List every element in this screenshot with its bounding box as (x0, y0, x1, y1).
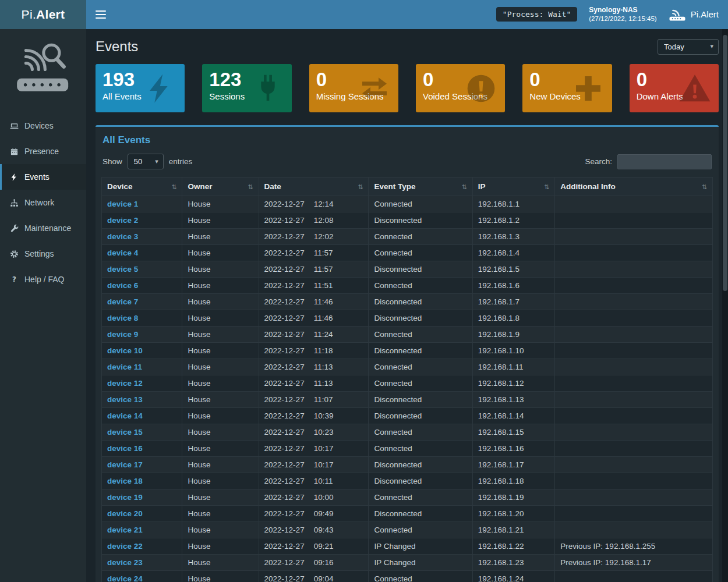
sidebar-item-help-faq[interactable]: ? Help / FAQ (0, 267, 86, 292)
ip-cell: 192.168.1.9 (472, 327, 555, 343)
device-link[interactable]: device 6 (107, 281, 138, 290)
date-cell: 2022-12-2710:39 (259, 408, 369, 424)
top-bar: Pi.Alert "Process: Wait" Synology-NAS (2… (0, 0, 728, 29)
additional-info-cell (555, 457, 713, 473)
device-link[interactable]: device 24 (107, 574, 143, 582)
additional-info-cell (555, 343, 713, 359)
owner-cell: House (182, 196, 259, 212)
device-link[interactable]: device 1 (107, 200, 138, 208)
search-group: Search: (585, 154, 712, 169)
device-link[interactable]: device 16 (107, 444, 143, 453)
additional-info-cell (555, 294, 713, 310)
date-cell: 2022-12-2711:57 (259, 261, 369, 278)
table-row: device 12 House 2022-12-2711:13 Connecte… (102, 375, 713, 392)
ip-cell: 192.168.1.23 (472, 555, 555, 571)
sidebar-item-events[interactable]: Events (0, 164, 86, 190)
period-select[interactable]: Today (658, 39, 719, 55)
ip-cell: 192.168.1.10 (472, 343, 555, 359)
summary-card-new-devices[interactable]: 0 New Devices (522, 64, 612, 112)
event-type-cell: Connected (369, 424, 472, 441)
device-link[interactable]: device 11 (107, 363, 142, 371)
date-cell: 2022-12-2712:08 (259, 212, 369, 229)
entries-select[interactable]: 50 (128, 154, 164, 169)
scrollbar-thumb[interactable] (723, 35, 727, 291)
summary-card-down-alerts[interactable]: 0 Down Alerts (630, 64, 719, 112)
column-header-date[interactable]: Date (259, 178, 369, 196)
vertical-scrollbar[interactable] (722, 29, 728, 582)
table-row: device 9 House 2022-12-2711:24 Connected… (102, 327, 713, 343)
entries-label: entries (169, 157, 193, 166)
column-header-additional-info[interactable]: Additional Info (555, 178, 713, 196)
device-link[interactable]: device 23 (107, 558, 143, 567)
sidebar-item-label: Network (24, 198, 54, 207)
additional-info-cell (555, 196, 713, 212)
date-cell: 2022-12-2709:21 (259, 538, 369, 555)
device-link[interactable]: device 22 (107, 542, 143, 551)
device-link[interactable]: device 14 (107, 411, 143, 420)
sidebar-item-maintenance[interactable]: Maintenance (0, 215, 86, 241)
gear-icon (9, 250, 19, 258)
laptop-icon (9, 122, 19, 130)
table-row: device 4 House 2022-12-2711:57 Connected… (102, 245, 713, 261)
ip-cell: 192.168.1.12 (472, 375, 555, 392)
event-type-cell: Connected (369, 327, 472, 343)
device-link[interactable]: device 21 (107, 526, 143, 534)
device-link[interactable]: device 17 (107, 460, 143, 469)
device-link[interactable]: device 19 (107, 493, 143, 502)
device-link[interactable]: device 8 (107, 314, 138, 322)
device-link[interactable]: device 18 (107, 477, 143, 485)
additional-info-cell (555, 392, 713, 408)
sidebar-item-devices[interactable]: Devices (0, 113, 86, 139)
column-header-ip[interactable]: IP (472, 178, 555, 196)
sidebar-item-settings[interactable]: Settings (0, 241, 86, 267)
search-input[interactable] (617, 154, 712, 169)
event-type-cell: Disconnected (369, 457, 472, 473)
device-link[interactable]: device 5 (107, 265, 138, 274)
event-type-cell: Disconnected (369, 506, 472, 522)
device-link[interactable]: device 4 (107, 249, 138, 257)
device-link[interactable]: device 3 (107, 232, 138, 241)
brand-logo-link[interactable]: Pi.Alert (0, 0, 86, 29)
summary-card-voided-sessions[interactable]: 0 Voided Sessions (416, 64, 505, 112)
summary-cards-row: 193 All Events 123 Sessions 0 Missing Se… (96, 64, 719, 112)
date-cell: 2022-12-2711:51 (259, 278, 369, 294)
additional-info-cell (555, 359, 713, 375)
date-cell: 2022-12-2711:46 (259, 294, 369, 310)
device-link[interactable]: device 10 (107, 346, 143, 355)
column-header-owner[interactable]: Owner (182, 178, 259, 196)
host-info: Synology-NAS (27/12/2022, 12:15:45) (589, 5, 656, 24)
device-link[interactable]: device 12 (107, 379, 143, 388)
table-row: device 24 House 2022-12-2709:04 Connecte… (102, 571, 713, 582)
summary-card-all-events[interactable]: 193 All Events (96, 64, 185, 112)
sidebar-item-network[interactable]: Network (0, 190, 86, 215)
ip-cell: 192.168.1.3 (472, 229, 555, 245)
summary-card-sessions[interactable]: 123 Sessions (202, 64, 291, 112)
svg-text:?: ? (12, 275, 16, 283)
table-body: device 1 House 2022-12-2712:14 Connected… (102, 196, 713, 582)
events-panel: All Events Show 50 entries Search: (96, 125, 719, 582)
sidebar-toggle-icon[interactable] (86, 0, 115, 29)
table-header-row: Device Owner Date Event Type IP Addition… (102, 178, 713, 196)
ip-cell: 192.168.1.22 (472, 538, 555, 555)
device-link[interactable]: device 2 (107, 216, 138, 225)
sidebar-item-presence[interactable]: Presence (0, 139, 86, 164)
device-link[interactable]: device 7 (107, 297, 138, 306)
column-header-event-type[interactable]: Event Type (369, 178, 472, 196)
ip-cell: 192.168.1.7 (472, 294, 555, 310)
summary-card-missing-sessions[interactable]: 0 Missing Sessions (309, 64, 398, 112)
ip-cell: 192.168.1.19 (472, 489, 555, 506)
column-header-device[interactable]: Device (102, 178, 182, 196)
device-link[interactable]: device 20 (107, 509, 143, 518)
date-cell: 2022-12-2710:00 (259, 489, 369, 506)
ip-cell: 192.168.1.2 (472, 212, 555, 229)
date-cell: 2022-12-2709:04 (259, 571, 369, 582)
sort-icon (248, 182, 253, 191)
device-link[interactable]: device 9 (107, 330, 138, 339)
device-link[interactable]: device 15 (107, 428, 143, 436)
device-link[interactable]: device 13 (107, 395, 143, 404)
event-type-cell: Disconnected (369, 392, 472, 408)
owner-cell: House (182, 327, 259, 343)
date-cell: 2022-12-2711:18 (259, 343, 369, 359)
owner-cell: House (182, 571, 259, 582)
additional-info-cell (555, 424, 713, 441)
